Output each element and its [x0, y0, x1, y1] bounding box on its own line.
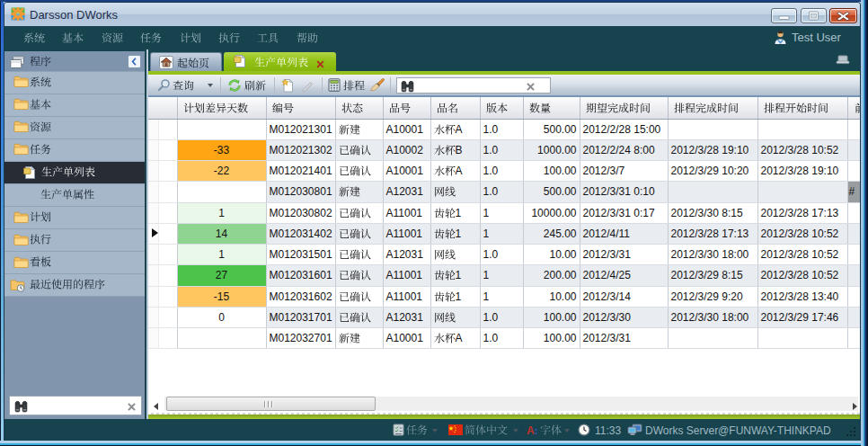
svg-text:A: A — [527, 424, 535, 436]
